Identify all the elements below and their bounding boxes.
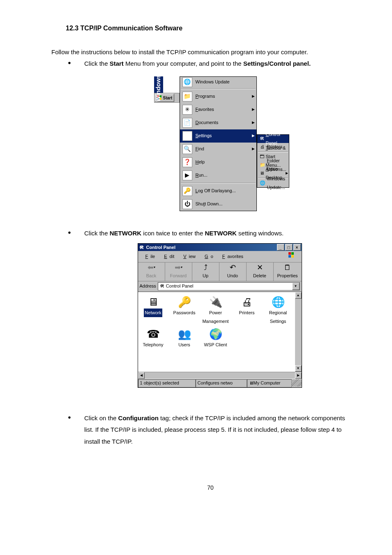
toolbar-button-properties[interactable]: 🗒Properties: [274, 263, 302, 281]
start-menu-screenshot: Windows98 Start 🌐Windows Update📁Programs…: [154, 76, 286, 211]
applet-icon: 🌐: [272, 296, 285, 309]
maximize-button[interactable]: □: [285, 244, 293, 251]
menu-item-label: Windows Update: [196, 78, 230, 86]
start-menu-item[interactable]: ⏻Shutt Down...: [180, 198, 256, 211]
start-menu-brand-strip: Windows98: [154, 76, 163, 93]
control-panel-item-wsp-client[interactable]: 🌍WSP Client: [204, 328, 228, 349]
address-bar: Address 🛠 Control Panel ▼: [138, 281, 302, 292]
menu-item-icon: 📁: [182, 92, 192, 101]
submenu-item-icon: 🛠: [260, 136, 264, 142]
applet-label: Printers: [239, 309, 255, 317]
menubar-item[interactable]: File: [141, 252, 158, 261]
submenu-item-icon: 🗔: [260, 154, 264, 160]
toolbar-button-up[interactable]: ⤴Up: [192, 263, 219, 281]
applet-icon: ☎: [147, 328, 160, 341]
submenu-arrow-icon: ▶: [252, 93, 255, 100]
applet-icon: 🌍: [209, 328, 222, 341]
applet-label: Regional Settings: [266, 309, 290, 326]
control-panel-icon-area: 🖥Network🔑Passwords🔌Power Management🖨Prin…: [138, 292, 302, 372]
windows-logo-icon[interactable]: [286, 252, 299, 259]
bullet-2: Click the NETWORK icon twice to enter th…: [84, 228, 355, 388]
close-button[interactable]: ×: [293, 244, 301, 251]
start-menu-item[interactable]: ▶Run...: [180, 169, 256, 182]
my-computer-icon: 🖥: [249, 379, 254, 387]
window-toolbar: ⬅Back➡Forward⤴Up↶Undo✕Delete🗒Properties: [138, 263, 302, 281]
menu-item-icon: 🔑: [182, 186, 192, 196]
control-panel-item-power-management[interactable]: 🔌Power Management: [204, 296, 228, 326]
control-panel-item-passwords[interactable]: 🔑Passwords: [173, 296, 196, 326]
applet-icon: 🖨: [242, 296, 252, 309]
menu-item-label: Documents: [196, 118, 219, 127]
page-number: 70: [66, 484, 355, 491]
start-menu-item[interactable]: 📄Documents▶: [180, 116, 256, 129]
submenu-item[interactable]: 🛠Control Panel: [257, 135, 289, 143]
window-titlebar: 🛠 Control Panel _ □ ×: [138, 244, 302, 251]
menubar-item[interactable]: Edit: [159, 252, 177, 261]
vertical-scrollbar[interactable]: ▲▼: [295, 292, 302, 372]
resize-grip-icon[interactable]: [292, 379, 302, 387]
toolbar-button-delete[interactable]: ✕Delete: [247, 263, 274, 281]
toolbar-label: Undo: [227, 272, 238, 280]
submenu-arrow-icon: ▶: [252, 106, 255, 113]
applet-icon: 🖥: [148, 296, 159, 309]
toolbar-icon: 🗒: [284, 263, 291, 272]
address-input[interactable]: 🛠 Control Panel ▼: [158, 282, 300, 290]
start-menu-item[interactable]: 🌐Windows Update: [180, 77, 256, 88]
menubar-item[interactable]: Go: [200, 252, 216, 261]
toolbar-label: Up: [203, 272, 208, 280]
control-panel-item-regional-settings[interactable]: 🌐Regional Settings: [266, 296, 290, 326]
applet-label: Telephony: [143, 341, 163, 349]
applet-label: WSP Client: [204, 341, 227, 349]
start-menu-items: 🌐Windows Update📁Programs▶✳Favorites▶📄Doc…: [180, 76, 257, 211]
settings-submenu: 🛠Control Panel🖨Printers🗔Taskbar & Start …: [257, 134, 289, 188]
toolbar-label: Delete: [253, 272, 266, 280]
applet-icon: 🔌: [209, 296, 222, 309]
control-panel-item-printers[interactable]: 🖨Printers: [235, 296, 259, 326]
control-panel-window: 🛠 Control Panel _ □ × FileEditViewGoFavo…: [138, 243, 302, 388]
minimize-button[interactable]: _: [277, 244, 284, 251]
start-menu-item[interactable]: 🔍Find▶: [180, 143, 256, 156]
toolbar-icon: ➡: [175, 263, 182, 272]
start-menu-item[interactable]: 🛠Settings▶: [180, 129, 256, 143]
menu-item-label: Settings: [196, 131, 212, 140]
applet-icon: 🔑: [178, 296, 191, 309]
menu-item-icon: ▶: [182, 170, 192, 180]
submenu-arrow-icon: ▶: [252, 119, 255, 126]
menubar-item[interactable]: View: [178, 252, 198, 261]
submenu-item[interactable]: 🌐Windows Update...: [257, 179, 289, 187]
applet-icon: 👥: [178, 328, 191, 341]
start-menu-item[interactable]: 📁Programs▶: [180, 90, 256, 103]
start-menu-item[interactable]: ✳Favorites▶: [180, 103, 256, 116]
toolbar-button-undo[interactable]: ↶Undo: [219, 263, 247, 281]
control-panel-item-network[interactable]: 🖥Network: [141, 296, 165, 326]
bullet-3: Click on the Configuration tag; check if…: [84, 412, 355, 448]
control-panel-item-users[interactable]: 👥Users: [173, 328, 196, 349]
menu-item-label: Help: [196, 158, 205, 166]
toolbar-label: Properties: [277, 272, 297, 280]
status-bar: 1 object(s) selected Configures netwo 🖥 …: [138, 379, 302, 387]
intro-text: Follow the instructions below to install…: [51, 48, 355, 55]
applet-label: Users: [178, 341, 190, 349]
toolbar-button-back: ⬅Back: [138, 263, 165, 281]
start-menu-item[interactable]: ❓Help: [180, 156, 256, 169]
toolbar-label: Back: [146, 272, 156, 280]
menu-item-label: Programs: [196, 92, 215, 101]
toolbar-icon: ↶: [230, 263, 236, 272]
submenu-arrow-icon: ▶: [252, 145, 255, 152]
submenu-item-icon: 📁: [260, 162, 265, 168]
toolbar-icon: ⤴: [204, 263, 208, 272]
toolbar-icon: ⬅: [148, 263, 155, 272]
menu-item-icon: ❓: [182, 157, 192, 167]
control-panel-item-telephony[interactable]: ☎Telephony: [141, 328, 165, 349]
menu-item-label: Shutt Down...: [196, 200, 223, 208]
applet-label: Passwords: [173, 309, 196, 317]
submenu-item-icon: 🖨: [260, 144, 265, 150]
toolbar-icon: ✕: [257, 263, 263, 272]
menu-item-icon: 🔍: [182, 144, 192, 154]
horizontal-scrollbar[interactable]: ◀▶: [138, 372, 302, 379]
toolbar-button-forward: ➡Forward: [165, 263, 192, 281]
address-dropdown-button[interactable]: ▼: [292, 283, 300, 290]
menu-item-icon: ⏻: [182, 199, 192, 209]
menubar-item[interactable]: Favorites: [217, 252, 246, 261]
start-menu-item[interactable]: 🔑Log Off Darlayang...: [180, 184, 256, 198]
